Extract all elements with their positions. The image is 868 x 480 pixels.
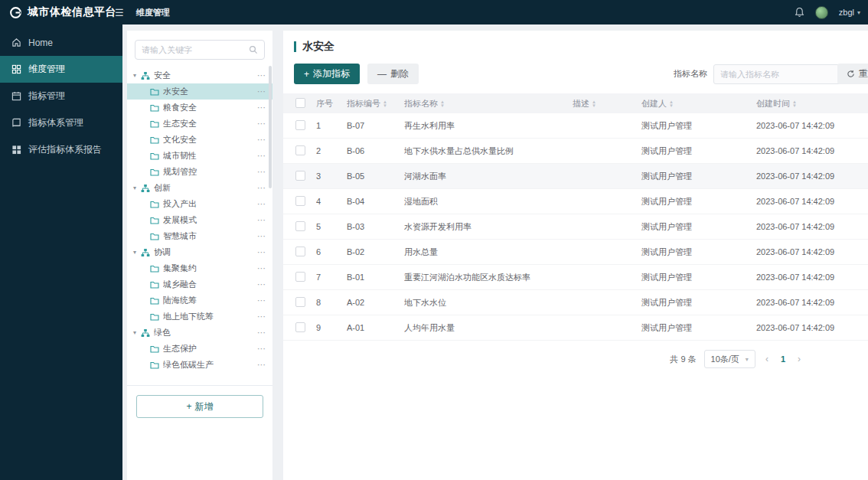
more-actions-icon[interactable]: ⋯: [257, 312, 266, 322]
prev-page-button[interactable]: ‹: [763, 354, 771, 364]
table-row[interactable]: 9 A-01 人均年用水量 测试用户管理 2023-06-07 14:42:09: [283, 315, 868, 341]
sitemap-icon: [141, 248, 150, 257]
sidebar-item-indicator-mgmt[interactable]: 指标管理: [0, 83, 122, 109]
sort-icon[interactable]: ▲▼: [669, 100, 674, 108]
more-actions-icon[interactable]: ⋯: [257, 215, 266, 225]
tree-node-child[interactable]: 粮食安全 ⋯: [127, 100, 272, 116]
caret-down-icon[interactable]: ▾: [133, 329, 141, 336]
more-actions-icon[interactable]: ⋯: [257, 263, 266, 273]
menu-toggle-icon[interactable]: ☰: [115, 7, 124, 18]
tree-node-child[interactable]: 地上地下统筹 ⋯: [127, 309, 272, 325]
col-header-creator[interactable]: 创建人▲▼: [641, 98, 756, 109]
row-checkbox[interactable]: [295, 221, 305, 231]
more-actions-icon[interactable]: ⋯: [257, 231, 266, 241]
tree-node-parent[interactable]: ▾ 绿色 ⋯: [127, 325, 272, 341]
tree-node-parent[interactable]: ▾ 安全 ⋯: [127, 67, 272, 83]
tree-scrollbar[interactable]: [269, 66, 272, 188]
tree-node-child[interactable]: 生态保护 ⋯: [127, 341, 272, 357]
next-page-button[interactable]: ›: [795, 354, 803, 364]
table-row[interactable]: 5 B-03 水资源开发利用率 测试用户管理 2023-06-07 14:42:…: [283, 214, 868, 240]
more-actions-icon[interactable]: ⋯: [257, 119, 266, 129]
row-checkbox[interactable]: [295, 272, 305, 282]
page-size-select[interactable]: 10条/页 ▾: [704, 350, 755, 368]
tree-node-child[interactable]: 绿色低碳生产 ⋯: [127, 357, 272, 373]
col-header-seq: 序号: [316, 98, 347, 109]
col-header-desc[interactable]: 描述▲▼: [573, 98, 641, 109]
tree-node-child[interactable]: 水安全 ⋯: [127, 83, 272, 100]
select-all-checkbox[interactable]: [295, 98, 305, 108]
tree-node-child[interactable]: 城乡融合 ⋯: [127, 276, 272, 292]
more-actions-icon[interactable]: ⋯: [257, 135, 266, 145]
col-header-created[interactable]: 创建时间▲▼: [756, 98, 868, 109]
user-menu[interactable]: zbgl ▾: [839, 8, 860, 17]
more-actions-icon[interactable]: ⋯: [257, 328, 266, 338]
more-actions-icon[interactable]: ⋯: [257, 70, 266, 80]
tree-node-child[interactable]: 城市韧性 ⋯: [127, 148, 272, 164]
more-actions-icon[interactable]: ⋯: [257, 247, 266, 257]
reset-label: 重置: [859, 67, 868, 80]
tree-node-parent[interactable]: ▾ 创新 ⋯: [127, 180, 272, 196]
add-indicator-button[interactable]: + 添加指标: [294, 64, 360, 84]
page-number-1[interactable]: 1: [778, 354, 788, 364]
tree-node-child[interactable]: 规划管控 ⋯: [127, 164, 272, 180]
tree-node-label: 生态安全: [163, 118, 257, 129]
more-actions-icon[interactable]: ⋯: [257, 296, 266, 305]
col-header-code[interactable]: 指标编号▲▼: [347, 98, 404, 109]
folder-icon: [150, 280, 159, 289]
table-row[interactable]: 8 A-02 地下水水位 测试用户管理 2023-06-07 14:42:09: [283, 290, 868, 315]
table-row[interactable]: 6 B-02 用水总量 测试用户管理 2023-06-07 14:42:09: [283, 240, 868, 265]
col-header-name[interactable]: 指标名称▲▼: [404, 98, 573, 109]
table-row[interactable]: 7 B-01 重要江河湖泊水功能区水质达标率 测试用户管理 2023-06-07…: [283, 265, 868, 290]
more-actions-icon[interactable]: ⋯: [257, 344, 266, 354]
tree-node-child[interactable]: 发展模式 ⋯: [127, 212, 272, 228]
cell-created: 2023-06-07 14:42:09: [756, 273, 868, 282]
reset-button[interactable]: 重置: [837, 64, 868, 84]
more-actions-icon[interactable]: ⋯: [257, 360, 266, 370]
indicator-name-input[interactable]: [713, 64, 857, 84]
row-checkbox[interactable]: [295, 196, 305, 206]
sort-icon[interactable]: ▲▼: [792, 100, 797, 108]
more-actions-icon[interactable]: ⋯: [257, 279, 266, 289]
tree: ▾ 安全 ⋯ 水安全 ⋯ 粮食安全 ⋯ 生态安全 ⋯ 文化安全 ⋯ 城市韧性: [127, 67, 272, 373]
row-checkbox[interactable]: [295, 171, 305, 181]
add-dimension-button[interactable]: + 新增: [136, 395, 263, 418]
row-checkbox[interactable]: [295, 145, 305, 155]
row-checkbox[interactable]: [295, 247, 305, 256]
sidebar-item-indicator-system-mgmt[interactable]: 指标体系管理: [0, 109, 122, 136]
sort-icon[interactable]: ▲▼: [592, 100, 596, 108]
table-row[interactable]: 1 B-07 再生水利用率 测试用户管理 2023-06-07 14:42:09: [283, 113, 868, 139]
more-actions-icon[interactable]: ⋯: [257, 151, 266, 161]
tree-node-child[interactable]: 文化安全 ⋯: [127, 132, 272, 148]
more-actions-icon[interactable]: ⋯: [257, 199, 266, 209]
sidebar-item-home[interactable]: Home: [0, 29, 122, 56]
tree-node-child[interactable]: 智慧城市 ⋯: [127, 228, 272, 244]
row-checkbox[interactable]: [295, 322, 305, 332]
caret-down-icon[interactable]: ▾: [133, 249, 141, 256]
sidebar-item-report[interactable]: 评估指标体系报告: [0, 136, 122, 163]
row-checkbox[interactable]: [295, 297, 305, 307]
tree-node-parent[interactable]: ▾ 协调 ⋯: [127, 244, 272, 260]
tree-search-input[interactable]: [142, 45, 249, 54]
delete-button[interactable]: — 删除: [367, 64, 419, 84]
sort-icon[interactable]: ▲▼: [383, 100, 387, 108]
bell-icon[interactable]: [795, 7, 804, 18]
more-actions-icon[interactable]: ⋯: [257, 167, 266, 177]
tree-node-child[interactable]: 投入产出 ⋯: [127, 196, 272, 212]
more-actions-icon[interactable]: ⋯: [257, 183, 266, 193]
tree-node-child[interactable]: 集聚集约 ⋯: [127, 260, 272, 276]
more-actions-icon[interactable]: ⋯: [257, 103, 266, 113]
sidebar-item-dimension-mgmt[interactable]: 维度管理: [0, 56, 122, 83]
row-checkbox[interactable]: [295, 120, 305, 130]
caret-down-icon[interactable]: ▾: [133, 72, 141, 79]
avatar[interactable]: [815, 6, 828, 19]
sort-icon[interactable]: ▲▼: [440, 100, 445, 108]
tree-node-child[interactable]: 生态安全 ⋯: [127, 116, 272, 132]
cell-creator: 测试用户管理: [641, 120, 756, 132]
table-row[interactable]: 4 B-04 湿地面积 测试用户管理 2023-06-07 14:42:09: [283, 189, 868, 214]
more-actions-icon[interactable]: ⋯: [257, 87, 266, 96]
table-row[interactable]: 3 B-05 河湖水面率 测试用户管理 2023-06-07 14:42:09: [283, 164, 868, 189]
table-row[interactable]: 2 B-06 地下水供水量占总供水量比例 测试用户管理 2023-06-07 1…: [283, 139, 868, 164]
chevron-down-icon: ▾: [857, 9, 860, 16]
caret-down-icon[interactable]: ▾: [133, 184, 141, 191]
tree-node-child[interactable]: 陆海统筹 ⋯: [127, 292, 272, 309]
